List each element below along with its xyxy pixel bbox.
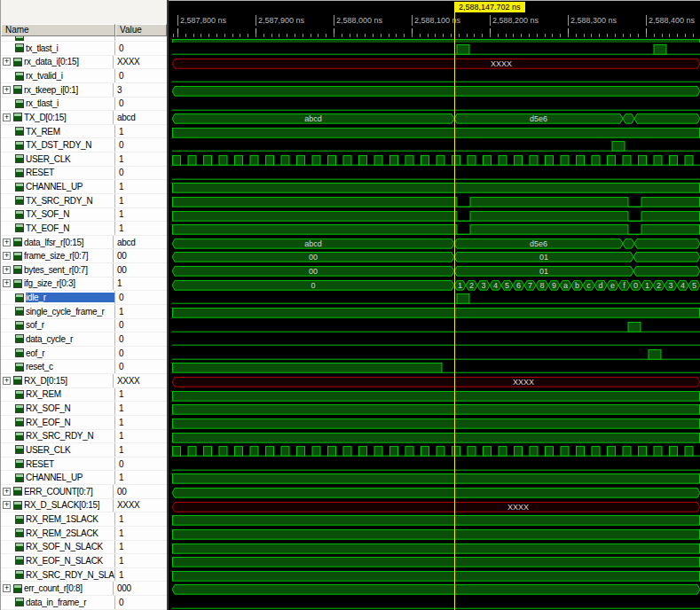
waveform-row[interactable] [172, 444, 700, 458]
signal-name[interactable]: RX_D_SLACK[0:15] [24, 500, 113, 510]
signal-name[interactable]: RX_REM_2SLACK [26, 528, 114, 538]
waveform-panel[interactable]: 2,587,800 ns2,587,900 ns2,588,000 ns2,58… [169, 0, 700, 610]
waveform-row[interactable] [172, 306, 700, 320]
signal-name[interactable]: USER_CLK [26, 154, 114, 164]
signal-name[interactable]: CHANNEL_UP [26, 473, 114, 482]
signal-name[interactable]: ifg_size_r[0:3] [24, 278, 113, 288]
signal-name[interactable]: USER_CLK [26, 445, 114, 455]
signal-row[interactable]: +rx_data_i[0:15]XXXX [1, 56, 167, 70]
waveform-row[interactable]: XXXX [172, 375, 700, 389]
signal-row[interactable]: +frame_size_r[0:7]00 [1, 249, 167, 263]
signal-row[interactable]: +data_lfsr_r[0:15]abcd [1, 236, 167, 250]
waveform-row[interactable] [172, 486, 700, 500]
expand-icon[interactable]: + [3, 252, 11, 260]
signal-name[interactable]: TX_EOF_N [26, 223, 114, 233]
waveform-row[interactable] [172, 528, 700, 542]
signal-row[interactable]: +ifg_size_r[0:3]1 [1, 278, 167, 292]
signal-row[interactable]: RX_REM_2SLACK1 [1, 527, 167, 541]
waveform-row[interactable] [172, 84, 700, 98]
signal-name[interactable]: RESET [26, 168, 114, 177]
value-column-header[interactable]: Value [115, 24, 167, 36]
signal-row[interactable]: RESET0 [1, 167, 167, 181]
signal-name[interactable]: rx_tkeep_i[0:1] [24, 85, 113, 95]
waveform-row[interactable]: 0001 [172, 264, 700, 278]
signal-name[interactable]: RX_REM_1SLACK [26, 514, 114, 524]
expand-icon[interactable]: + [3, 501, 11, 509]
signal-row[interactable]: TX_DST_RDY_N0 [1, 138, 167, 152]
signal-row[interactable]: idle_r0 [1, 291, 167, 305]
signal-row[interactable]: +TX_D[0:15]abcd [1, 111, 167, 125]
waveform-row[interactable] [172, 361, 700, 375]
signal-row[interactable]: USER_CLK1 [1, 152, 167, 167]
signal-row[interactable]: +ERR_COUNT[0:7]00 [1, 485, 167, 499]
signal-row[interactable]: RX_EOF_N_SLACK1 [1, 554, 167, 568]
expand-icon[interactable]: + [3, 488, 11, 496]
signal-name[interactable]: RX_EOF_N_SLACK [26, 556, 114, 566]
signal-row[interactable]: CHANNEL_UP1 [1, 471, 167, 485]
signal-name[interactable]: eof_r [26, 348, 114, 358]
signal-name[interactable]: TX_REM [26, 127, 114, 137]
signal-name[interactable]: reset_c [26, 362, 114, 371]
signal-name[interactable]: TX_DST_RDY_N [26, 140, 114, 150]
signal-row[interactable]: rx_tlast_i0 [1, 98, 167, 112]
waveform-row[interactable] [172, 555, 700, 569]
waveform-row[interactable] [172, 472, 700, 486]
expand-icon[interactable]: + [3, 377, 11, 385]
signal-row[interactable]: RX_REM_1SLACK1 [1, 512, 167, 527]
signal-row[interactable]: rx_tvalid_i0 [1, 69, 167, 83]
signal-row[interactable]: TX_REM1 [1, 125, 167, 139]
waveform-row[interactable] [172, 431, 700, 445]
expand-icon[interactable]: + [3, 266, 11, 274]
waveform-row[interactable] [172, 333, 700, 348]
signal-name[interactable]: RX_SOF_N_SLACK [26, 542, 114, 551]
waveform-row[interactable] [172, 209, 700, 223]
waveform-row[interactable] [172, 98, 700, 113]
signal-row[interactable]: RESET0 [1, 458, 167, 472]
signal-name[interactable]: TX_SOF_N [26, 209, 114, 219]
waveform-row[interactable] [172, 292, 700, 306]
waveform-row[interactable] [172, 597, 700, 610]
waveform-row[interactable]: 0001 [172, 250, 700, 264]
waveform-row[interactable] [172, 37, 700, 43]
signal-row[interactable]: RX_SRC_RDY_N_SLACK1 [1, 568, 167, 583]
signal-name[interactable]: RX_SRC_RDY_N [26, 431, 114, 441]
waveform-row[interactable] [172, 542, 700, 556]
signal-row[interactable]: sof_r0 [1, 319, 167, 333]
signal-row[interactable]: RX_REM1 [1, 388, 167, 403]
waveform-row[interactable]: XXXX [172, 57, 700, 71]
signal-row[interactable]: reset_c0 [1, 360, 167, 374]
signal-name[interactable]: rx_data_i[0:15] [24, 57, 113, 66]
expand-icon[interactable]: + [3, 86, 11, 94]
time-cursor-line[interactable] [454, 12, 455, 610]
signal-name[interactable]: RX_REM [26, 389, 114, 399]
signal-row[interactable]: tx_tlast_i0 [1, 42, 167, 56]
signal-name[interactable]: RESET [26, 459, 114, 469]
signal-name[interactable]: rx_tvalid_i [26, 71, 114, 81]
waveform-row[interactable] [172, 458, 700, 473]
signal-row[interactable]: RX_SOF_N_SLACK1 [1, 541, 167, 555]
signal-row[interactable]: USER_CLK1 [1, 443, 167, 458]
signal-name[interactable]: frame_size_r[0:7] [24, 251, 113, 261]
waveform-row[interactable]: abcdd5e6 [172, 112, 700, 126]
expand-icon[interactable]: + [3, 113, 11, 121]
waveform-row[interactable] [172, 70, 700, 84]
signal-row[interactable]: RX_SRC_RDY_N1 [1, 430, 167, 444]
signal-row[interactable]: TX_SOF_N1 [1, 208, 167, 223]
waveform-row[interactable] [172, 195, 700, 209]
signal-name[interactable]: RX_EOF_N [26, 418, 114, 427]
waveform-row[interactable]: abcdd5e6 [172, 237, 700, 251]
signal-name[interactable]: RX_SRC_RDY_N_SLACK [26, 570, 114, 580]
signal-name[interactable]: sof_r [26, 320, 114, 330]
signal-row[interactable]: +RX_D_SLACK[0:15]XXXX [1, 499, 167, 513]
signal-row[interactable]: +err_count_r[0:8]000 [1, 582, 167, 596]
waveform-row[interactable] [172, 403, 700, 417]
signal-name[interactable]: data_lfsr_r[0:15] [24, 238, 113, 247]
signal-name[interactable]: rx_tlast_i [26, 98, 114, 108]
waveform-row[interactable] [172, 513, 700, 528]
signal-name[interactable]: err_count_r[0:8] [24, 583, 113, 593]
signal-name[interactable]: idle_r [26, 293, 114, 302]
signal-row[interactable]: +rx_tkeep_i[0:1]3 [1, 83, 167, 98]
waveform-row[interactable] [172, 168, 700, 182]
waveform-row[interactable] [172, 569, 700, 583]
signal-row[interactable]: RX_SOF_N1 [1, 402, 167, 416]
